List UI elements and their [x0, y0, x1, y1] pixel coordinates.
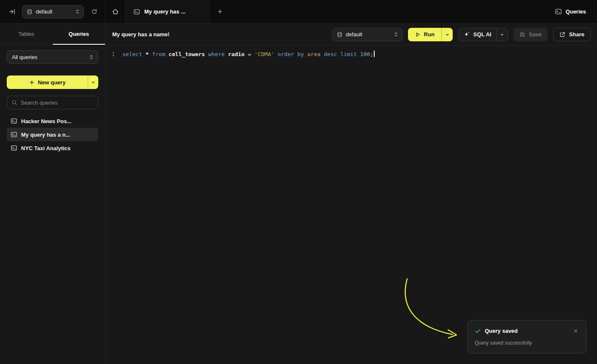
code-token: [321, 51, 324, 57]
sql-editor[interactable]: 1 select * from cell_towers where radio …: [105, 46, 597, 59]
query-list-item-label: NYC Taxi Analytics: [21, 145, 70, 151]
query-title: My query has a name!: [112, 31, 170, 38]
code-token: ;: [370, 51, 373, 57]
sql-ai-button[interactable]: SQL AI: [458, 28, 508, 41]
code-token: area: [307, 51, 320, 57]
query-list-item[interactable]: NYC Taxi Analytics: [7, 141, 98, 155]
code-token: [357, 51, 360, 57]
refresh-button[interactable]: [89, 7, 99, 17]
topbar-database-select[interactable]: default: [22, 5, 84, 19]
code-token: select: [122, 51, 142, 57]
code-token: [274, 51, 278, 57]
sidebar-tab-queries[interactable]: Queries: [53, 24, 105, 44]
query-icon: [133, 8, 140, 15]
code-token: *: [146, 51, 149, 57]
sql-ai-button-main[interactable]: SQL AI: [459, 28, 497, 41]
run-button[interactable]: Run: [408, 28, 453, 41]
sql-ai-dropdown-button[interactable]: [497, 28, 508, 41]
database-icon: [337, 32, 343, 38]
sql-ai-button-label: SQL AI: [473, 31, 492, 38]
chevron-down-icon: [500, 32, 505, 37]
query-list-item[interactable]: My query has a n...: [7, 128, 98, 141]
select-updown-icon: [89, 54, 94, 60]
new-query-dropdown-button[interactable]: [88, 75, 98, 89]
tab-my-query[interactable]: My query has ...: [126, 0, 210, 23]
run-button-label: Run: [424, 31, 435, 38]
query-icon: [11, 118, 17, 124]
save-button[interactable]: Save: [513, 28, 547, 41]
sidebar-tabs: Tables Queries: [0, 24, 105, 45]
queries-shortcut[interactable]: Queries: [555, 0, 597, 23]
search-queries-input[interactable]: [21, 100, 94, 106]
code-token: [337, 51, 340, 57]
text-cursor: [374, 51, 375, 57]
refresh-icon: [91, 8, 97, 15]
code-token: [205, 51, 208, 57]
toast-close-button[interactable]: [572, 327, 579, 334]
code-token: from: [152, 51, 165, 57]
collapse-sidebar-button[interactable]: [7, 7, 17, 17]
toast-notification: Query saved Query saved successfully: [467, 320, 586, 353]
queries-shortcut-label: Queries: [566, 8, 586, 15]
code-token: [165, 51, 169, 57]
plus-icon: [29, 80, 35, 85]
home-button[interactable]: [105, 0, 126, 23]
run-button-main[interactable]: Run: [408, 28, 441, 41]
collapse-sidebar-icon: [8, 8, 16, 15]
code-token: order: [278, 51, 294, 57]
new-query-button-label: New query: [38, 79, 66, 86]
header-controls: default Run: [332, 28, 591, 41]
home-icon: [112, 8, 119, 15]
main-panel: My query has a name! default Run: [105, 24, 597, 364]
sidebar: Tables Queries All queries New query: [0, 24, 105, 364]
toast-title: Query saved: [485, 328, 518, 334]
code-token: limit: [340, 51, 357, 57]
sidebar-tab-tables[interactable]: Tables: [0, 24, 53, 44]
code-line-content: select * from cell_towers where radio = …: [119, 50, 375, 59]
code-token: [142, 51, 146, 57]
query-filter-select[interactable]: All queries: [7, 50, 98, 64]
sparkle-icon: [464, 31, 470, 38]
queries-icon: [555, 8, 562, 15]
code-token: 'CDMA': [254, 51, 274, 57]
save-button-label: Save: [529, 31, 541, 38]
share-icon: [559, 32, 565, 38]
code-token: by: [297, 51, 304, 57]
code-token: radio: [228, 51, 244, 57]
topbar: default My query has ...: [0, 0, 597, 24]
code-token: 100: [360, 51, 370, 57]
save-icon: [519, 32, 525, 38]
line-number: 1: [105, 50, 119, 59]
code-token: [251, 51, 254, 57]
tab-label: My query has ...: [144, 8, 186, 15]
plus-icon: [217, 8, 223, 15]
share-button[interactable]: Share: [553, 28, 591, 41]
new-query-button-main[interactable]: New query: [7, 75, 88, 89]
chevron-down-icon: [445, 32, 450, 37]
query-list-item[interactable]: Hacker News Pos...: [7, 114, 98, 128]
new-tab-button[interactable]: [210, 0, 230, 23]
main-database-select[interactable]: default: [332, 28, 403, 41]
search-box: [7, 96, 98, 109]
code-token: cell_towers: [169, 51, 205, 57]
query-icon: [11, 145, 17, 151]
database-icon: [27, 9, 32, 15]
run-dropdown-button[interactable]: [442, 28, 453, 41]
toast-message: Query saved successfully: [475, 340, 579, 346]
main-header: My query has a name! default Run: [105, 24, 597, 46]
search-icon: [11, 100, 17, 105]
check-icon: [475, 328, 481, 334]
toast-header: Query saved: [475, 327, 579, 334]
share-button-label: Share: [569, 31, 584, 38]
query-list: Hacker News Pos... My query has a n... N…: [7, 114, 98, 155]
tab-strip: My query has ...: [105, 0, 230, 23]
select-updown-icon: [75, 9, 80, 14]
query-filter-select-value: All queries: [12, 54, 38, 60]
select-updown-icon: [393, 32, 399, 37]
query-list-item-label: Hacker News Pos...: [21, 118, 71, 124]
query-icon: [11, 131, 17, 138]
code-token: where: [208, 51, 225, 57]
close-icon: [573, 329, 578, 333]
new-query-button[interactable]: New query: [7, 75, 98, 89]
query-list-item-label: My query has a n...: [21, 132, 70, 138]
